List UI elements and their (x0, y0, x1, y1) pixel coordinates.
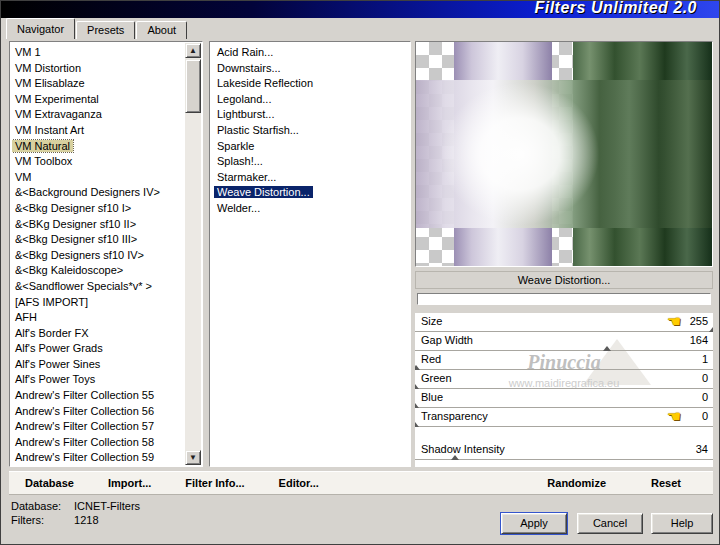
help-button[interactable]: Help (651, 513, 713, 534)
progress-bar (417, 293, 711, 305)
param-slider-track[interactable] (415, 459, 713, 460)
item-label: Andrew's Filter Collection 55 (12, 389, 157, 401)
scroll-down-button[interactable]: ▼ (185, 450, 201, 465)
category-item[interactable]: &<Sandflower Specials*v* > (12, 279, 182, 295)
tab-bar: Navigator Presets About (6, 18, 188, 39)
item-label: Downstairs... (214, 62, 284, 74)
preview-glow (440, 82, 600, 225)
parameter-panel: Pinuccia www.maidiregrafica.eu Size255☚G… (415, 313, 713, 467)
filter-item[interactable]: Lakeside Reflection (214, 76, 406, 92)
category-item[interactable]: &<Bkg Designer sf10 I> (12, 201, 182, 217)
filter-list: Acid Rain...Downstairs...Lakeside Reflec… (209, 41, 411, 467)
item-label: VM (12, 171, 35, 183)
param-row-transparency: Transparency0☚ (415, 408, 713, 427)
item-label: &<Bkg Designers sf10 IV> (12, 249, 147, 261)
import-button[interactable]: Import... (108, 477, 151, 489)
filter-item[interactable]: Splash!... (214, 154, 406, 170)
category-item[interactable]: &<Background Designers IV> (12, 185, 182, 201)
param-slider-thumb[interactable] (415, 422, 419, 427)
randomize-button[interactable]: Randomize (547, 477, 606, 489)
category-item[interactable]: VM Distortion (12, 61, 182, 77)
cancel-button[interactable]: Cancel (577, 513, 643, 534)
database-value: ICNET-Filters (74, 500, 140, 512)
category-item[interactable]: &<Bkg Designers sf10 IV> (12, 248, 182, 264)
filter-info-button[interactable]: Filter Info... (185, 477, 244, 489)
category-item[interactable]: Andrew's Filter Collection 58 (12, 435, 182, 451)
window-title: Filters Unlimited 2.0 (534, 0, 697, 17)
item-label: Andrew's Filter Collection 58 (12, 436, 157, 448)
item-label: Welder... (214, 202, 263, 214)
filter-item[interactable]: Starmaker... (214, 170, 406, 186)
category-item[interactable]: [AFS IMPORT] (12, 295, 182, 311)
filter-item[interactable]: Legoland... (214, 92, 406, 108)
category-item[interactable]: VM Experimental (12, 92, 182, 108)
tab-navigator[interactable]: Navigator (6, 18, 75, 39)
item-label: &<Background Designers IV> (12, 186, 163, 198)
filter-item[interactable]: Sparkle (214, 139, 406, 155)
category-item[interactable]: &<BKg Designer sf10 II> (12, 217, 182, 233)
param-label: Blue (421, 391, 443, 403)
category-item[interactable]: VM (12, 170, 182, 186)
scrollbar-thumb[interactable] (185, 59, 201, 113)
category-item[interactable]: AFH (12, 310, 182, 326)
category-item[interactable]: VM Toolbox (12, 154, 182, 170)
category-item[interactable]: Alf's Power Grads (12, 341, 182, 357)
category-item[interactable]: VM Extravaganza (12, 107, 182, 123)
item-label: Sparkle (214, 140, 257, 152)
category-item[interactable]: &<Bkg Designer sf10 III> (12, 232, 182, 248)
param-value: 1 (702, 353, 708, 365)
category-item[interactable]: &<Bkg Kaleidoscope> (12, 263, 182, 279)
preview-image[interactable] (415, 41, 713, 267)
filter-item[interactable]: Plastic Starfish... (214, 123, 406, 139)
category-scrollbar[interactable]: ▲ ▼ (185, 43, 201, 465)
filter-item[interactable]: Welder... (214, 201, 406, 217)
filter-item[interactable]: Acid Rain... (214, 45, 406, 61)
filter-item[interactable]: Downstairs... (214, 61, 406, 77)
filters-label: Filters: (11, 513, 71, 527)
reset-button[interactable]: Reset (651, 477, 681, 489)
category-item[interactable]: VM Natural (12, 139, 182, 155)
category-item[interactable]: Andrew's Filter Collection 56 (12, 404, 182, 420)
database-button[interactable]: Database (25, 477, 74, 489)
param-value: 0 (702, 391, 708, 403)
title-bar: Filters Unlimited 2.0 (1, 1, 719, 18)
item-label: Acid Rain... (214, 46, 276, 58)
item-label: VM Natural (12, 140, 73, 152)
item-label: Splash!... (214, 155, 266, 167)
param-value: 0 (702, 410, 708, 422)
editor-button[interactable]: Editor... (279, 477, 319, 489)
bottom-toolbar: Database Import... Filter Info... Editor… (9, 471, 713, 495)
tab-presets[interactable]: Presets (76, 21, 135, 39)
category-item[interactable]: VM 1 (12, 45, 182, 61)
category-item[interactable]: Alf's Border FX (12, 326, 182, 342)
category-item[interactable]: VM Instant Art (12, 123, 182, 139)
status-filters: Filters: 1218 (11, 513, 140, 527)
item-label: Plastic Starfish... (214, 124, 302, 136)
param-row-red: Red1 (415, 351, 713, 370)
category-item[interactable]: VM Elisablaze (12, 76, 182, 92)
param-slider-track[interactable] (415, 426, 713, 427)
item-label: Weave Distortion... (214, 186, 313, 198)
filter-item[interactable]: Lightburst... (214, 107, 406, 123)
category-item[interactable]: Andrew's Filter Collection 59 (12, 450, 182, 466)
category-item[interactable]: Andrew's Filter Collection 57 (12, 419, 182, 435)
apply-button[interactable]: Apply (501, 513, 567, 534)
database-label: Database: (11, 499, 71, 513)
status-area: Database: ICNET-Filters Filters: 1218 (11, 499, 140, 527)
param-slider-thumb[interactable] (451, 455, 459, 460)
param-label: Transparency (421, 410, 488, 422)
param-row-gap-width: Gap Width164 (415, 332, 713, 351)
param-value: 0 (702, 372, 708, 384)
param-label: Size (421, 315, 442, 327)
category-item[interactable]: Alf's Power Toys (12, 372, 182, 388)
filter-item[interactable]: Weave Distortion... (214, 185, 406, 201)
pointer-hand-icon: ☚ (667, 313, 681, 331)
item-label: VM Instant Art (12, 124, 87, 136)
category-item[interactable]: Alf's Power Sines (12, 357, 182, 373)
param-row-size: Size255☚ (415, 313, 713, 332)
category-item[interactable]: Andrew's Filter Collection 55 (12, 388, 182, 404)
scroll-up-button[interactable]: ▲ (185, 43, 201, 58)
param-label: Red (421, 353, 441, 365)
filters-unlimited-dialog: Filters Unlimited 2.0 Navigator Presets … (0, 0, 720, 545)
tab-about[interactable]: About (136, 21, 187, 39)
